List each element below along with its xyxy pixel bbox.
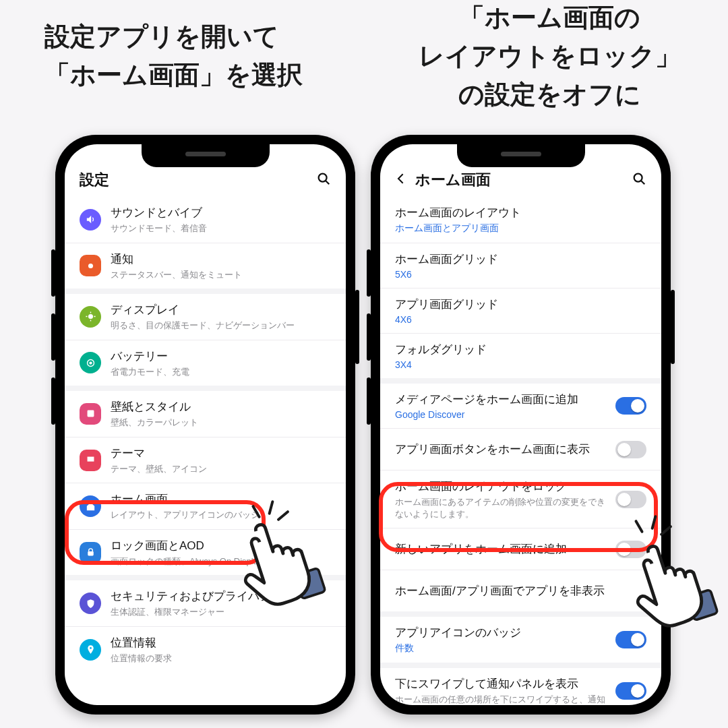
lock-icon xyxy=(80,542,101,564)
row-subtitle: ホーム画面にあるアイテムの削除や位置の変更をできないようにします。 xyxy=(395,496,606,520)
settings-row-battery[interactable]: バッテリー省電力モード、充電 xyxy=(65,340,346,386)
wall-icon xyxy=(80,403,101,425)
row-subtitle: ホーム画面の任意の場所を下にスワイプすると、通知 xyxy=(395,694,606,705)
row-title: フォルダグリッド xyxy=(395,342,646,357)
row-title: ホーム画面のレイアウト xyxy=(395,205,646,220)
svg-rect-10 xyxy=(87,411,94,417)
notif-icon xyxy=(80,255,101,276)
home-row[interactable]: アプリ画面ボタンをホーム画面に表示 xyxy=(380,428,661,470)
home-row[interactable]: 下にスワイプして通知パネルを表示ホーム画面の任意の場所を下にスワイプすると、通知 xyxy=(380,668,661,705)
svg-line-1 xyxy=(326,181,329,184)
home-row[interactable]: アプリ画面グリッド4X6 xyxy=(380,288,661,333)
row-subtitle: 省電力モード、充電 xyxy=(111,366,331,378)
row-title: ホーム画面グリッド xyxy=(395,251,646,267)
home-title: ホーム画面 xyxy=(415,170,491,190)
tap-hand-icon xyxy=(619,523,720,638)
settings-title: 設定 xyxy=(80,170,109,190)
home-row[interactable]: フォルダグリッド3X4 xyxy=(380,333,661,378)
home-row[interactable]: ホーム画面のレイアウトホーム画面とアプリ画面 xyxy=(380,197,661,243)
settings-row-notif[interactable]: 通知ステータスバー、通知をミュート xyxy=(65,243,346,289)
battery-icon xyxy=(80,352,101,373)
row-title: バッテリー xyxy=(111,348,331,364)
toggle-switch[interactable] xyxy=(615,682,646,700)
row-subtitle: テーマ、壁紙、アイコン xyxy=(111,463,331,475)
settings-row-display[interactable]: ディスプレイ明るさ、目の保護モード、ナビゲーションバー xyxy=(65,294,346,340)
row-subtitle: ステータスバー、通知をミュート xyxy=(111,269,331,281)
row-title: アプリアイコンのバッジ xyxy=(395,625,606,640)
svg-line-14 xyxy=(641,181,644,184)
settings-row-sound[interactable]: サウンドとバイブサウンドモード、着信音 xyxy=(65,197,346,243)
theme-icon xyxy=(80,450,101,471)
svg-point-13 xyxy=(634,174,642,182)
phone-notch xyxy=(142,144,270,167)
settings-row-wall[interactable]: 壁紙とスタイル壁紙、カラーパレット xyxy=(65,391,346,437)
toggle-switch[interactable] xyxy=(615,397,646,415)
row-title: ホーム画面のレイアウトをロック xyxy=(395,479,606,494)
row-subtitle: 壁紙、カラーパレット xyxy=(111,417,331,429)
home-row[interactable]: メディアページをホーム画面に追加Google Discover xyxy=(380,384,661,428)
caption-left: 設定アプリを開いて 「ホーム画面」を選択 xyxy=(44,18,303,94)
toggle-switch[interactable] xyxy=(615,491,646,508)
home-icon xyxy=(80,495,101,517)
settings-row-loc[interactable]: 位置情報位置情報の要求 xyxy=(65,626,346,673)
svg-point-2 xyxy=(88,264,92,268)
row-title: アプリ画面ボタンをホーム画面に表示 xyxy=(395,442,606,457)
row-title: アプリ画面グリッド xyxy=(395,297,646,312)
tap-hand-icon xyxy=(226,502,328,616)
toggle-switch[interactable] xyxy=(615,441,646,458)
row-subtitle: サウンドモード、着信音 xyxy=(111,222,331,235)
row-title: サウンドとバイブ xyxy=(111,205,331,220)
row-subtitle: 位置情報の要求 xyxy=(111,653,331,665)
phone-frame-left: 設定 サウンドとバイブサウンドモード、着信音通知ステータスバー、通知をミュートデ… xyxy=(55,135,355,715)
back-icon[interactable] xyxy=(395,172,408,188)
svg-rect-11 xyxy=(88,551,94,555)
loc-icon xyxy=(80,639,101,661)
home-row[interactable]: ホーム画面のレイアウトをロックホーム画面にあるアイテムの削除や位置の変更をできな… xyxy=(380,470,661,528)
row-value: 5X6 xyxy=(395,269,646,280)
row-title: 位置情報 xyxy=(111,635,331,650)
svg-point-9 xyxy=(89,361,92,364)
row-value: 3X4 xyxy=(395,359,646,370)
row-title: 下にスワイプして通知パネルを表示 xyxy=(395,676,606,692)
settings-row-theme[interactable]: テーマテーマ、壁紙、アイコン xyxy=(65,437,346,483)
search-icon[interactable] xyxy=(632,171,646,189)
display-icon xyxy=(80,306,101,328)
row-title: 壁紙とスタイル xyxy=(111,399,331,415)
row-subtitle: 明るさ、目の保護モード、ナビゲーションバー xyxy=(111,320,331,332)
sec-icon xyxy=(80,593,101,614)
row-title: ディスプレイ xyxy=(111,302,331,317)
row-title: テーマ xyxy=(111,446,331,461)
sound-icon xyxy=(80,209,101,231)
row-value: ホーム画面とアプリ画面 xyxy=(395,222,646,235)
row-value: Google Discover xyxy=(395,409,606,420)
home-row[interactable]: ホーム画面グリッド5X6 xyxy=(380,243,661,288)
svg-point-0 xyxy=(319,174,327,182)
row-title: 新しいアプリをホーム画面に追加 xyxy=(395,541,606,557)
svg-point-3 xyxy=(88,314,92,319)
search-icon[interactable] xyxy=(316,171,331,189)
svg-point-12 xyxy=(90,647,92,649)
phone-screen-left: 設定 サウンドとバイブサウンドモード、着信音通知ステータスバー、通知をミュートデ… xyxy=(65,144,346,705)
phone-notch xyxy=(457,144,585,167)
row-title: メディアページをホーム画面に追加 xyxy=(395,392,606,407)
row-title: ホーム画面/アプリ画面でアプリを非表示 xyxy=(395,583,646,599)
row-value: 4X6 xyxy=(395,314,646,325)
row-title: 通知 xyxy=(111,251,331,267)
caption-right: 「ホーム画面の レイアウトをロック」 の設定をオフに xyxy=(371,0,728,114)
row-value: 件数 xyxy=(395,642,606,655)
